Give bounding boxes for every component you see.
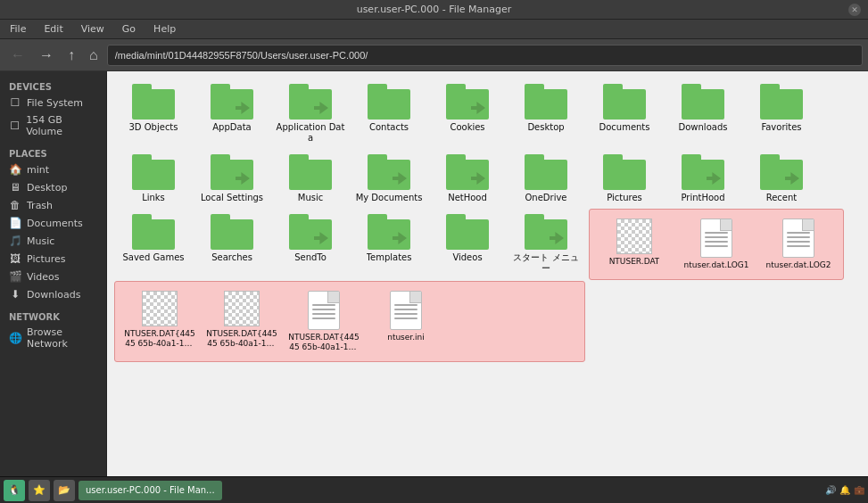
home-icon: 🏠 bbox=[9, 163, 21, 176]
forward-button[interactable]: → bbox=[34, 44, 59, 67]
sidebar-item-downloads[interactable]: ⬇ Downloads bbox=[0, 285, 106, 303]
sidebar-label-browse-network: Browse Network bbox=[27, 326, 97, 350]
folder-desktop[interactable]: Desktop bbox=[507, 78, 585, 149]
taskbar-bell-icon[interactable]: 🔔 bbox=[839, 485, 850, 495]
pink-selection-left: NTUSER.DAT{44545 65b-40a1-11e8-b3ec-a9df… bbox=[114, 281, 585, 362]
menubar: File Edit View Go Help bbox=[0, 20, 868, 39]
file-ntuser-dat[interactable]: NTUSER.DAT{44545 65b-40a1-11e8-b3ec-a9df… bbox=[120, 287, 199, 356]
folder-favorites[interactable]: Favorites bbox=[742, 78, 821, 149]
sidebar-label-154gb: 154 GB Volume bbox=[26, 114, 97, 137]
folder-links[interactable]: Links bbox=[114, 149, 193, 209]
titlebar: user.user-PC.000 - File Manager ✕ bbox=[0, 0, 868, 20]
sidebar: DEVICES ☐ File System ☐ 154 GB Volume PL… bbox=[0, 71, 107, 482]
folder-downloads[interactable]: Downloads bbox=[664, 78, 742, 149]
address-bar[interactable] bbox=[107, 45, 863, 66]
pink-selection-right: NTUSER.DAT ntuser.dat.LOG1 ntuser.dat.LO… bbox=[589, 209, 844, 280]
sidebar-label-pictures: Pictures bbox=[27, 253, 66, 265]
file-ntuser-regtr1[interactable]: NTUSER.DAT{44545 65b-40a1-11e8-b3ec-a9df… bbox=[285, 287, 363, 356]
home-button[interactable]: ⌂ bbox=[84, 44, 103, 67]
folder-nethood[interactable]: NetHood bbox=[428, 149, 507, 209]
sidebar-item-videos[interactable]: 🎬 Videos bbox=[0, 268, 106, 285]
places-section-title: PLACES bbox=[0, 145, 106, 161]
menu-go[interactable]: Go bbox=[118, 21, 140, 37]
close-button[interactable]: ✕ bbox=[848, 4, 861, 16]
left-section: Saved Games Searches SendTo Templat bbox=[114, 209, 585, 362]
music-icon: 🎵 bbox=[9, 235, 21, 247]
toolbar: ← → ↑ ⌂ bbox=[0, 39, 868, 71]
taskbar-app-label: user.user-PC.000 - File Man... bbox=[86, 485, 215, 495]
folder-templates[interactable]: Templates bbox=[350, 209, 428, 279]
taskbar-right: 🔊 🔔 💼 bbox=[825, 485, 864, 495]
folder-printhood[interactable]: PrintHood bbox=[664, 149, 742, 209]
folder-cookies[interactable]: Cookies bbox=[428, 78, 507, 149]
titlebar-title: user.user-PC.000 - File Manager bbox=[357, 4, 512, 15]
sidebar-item-filesystem[interactable]: ☐ File System bbox=[0, 94, 106, 111]
taskbar-speaker-icon[interactable]: 🔊 bbox=[825, 485, 836, 495]
folder-music[interactable]: Music bbox=[271, 149, 350, 209]
sidebar-label-downloads: Downloads bbox=[27, 289, 80, 301]
folder-sendto[interactable]: SendTo bbox=[271, 209, 350, 279]
folder-row-1: 3D Objects AppData Application Data Cont… bbox=[114, 78, 861, 149]
sidebar-item-trash[interactable]: 🗑 Trash bbox=[0, 196, 106, 214]
folder-videos[interactable]: Videos bbox=[428, 209, 507, 279]
sidebar-item-mint[interactable]: 🏠 mint bbox=[0, 161, 106, 178]
menu-file[interactable]: File bbox=[5, 21, 30, 37]
sidebar-item-browse-network[interactable]: 🌐 Browse Network bbox=[0, 324, 106, 352]
sidebar-label-trash: Trash bbox=[27, 200, 53, 211]
sidebar-label-documents: Documents bbox=[27, 218, 83, 229]
sidebar-item-154gb[interactable]: ☐ 154 GB Volume bbox=[0, 111, 106, 140]
folder-savedgames[interactable]: Saved Games bbox=[114, 209, 193, 279]
folder-mydocuments[interactable]: My Documents bbox=[350, 149, 428, 209]
taskbar-filemanager-app[interactable]: user.user-PC.000 - File Man... bbox=[79, 481, 222, 500]
menu-edit[interactable]: Edit bbox=[39, 21, 67, 37]
folder-recent[interactable]: Recent bbox=[742, 149, 821, 209]
folder-searches[interactable]: Searches bbox=[193, 209, 271, 279]
pictures-icon: 🖼 bbox=[9, 252, 21, 265]
taskbar-icon-2[interactable]: ⭐ bbox=[29, 480, 50, 501]
sidebar-item-music[interactable]: 🎵 Music bbox=[0, 232, 106, 250]
folder-3dobjects[interactable]: 3D Objects bbox=[114, 78, 193, 149]
folder-pictures[interactable]: Pictures bbox=[585, 149, 664, 209]
ntuser-dat-checker bbox=[616, 219, 652, 254]
sidebar-item-documents[interactable]: 📄 Documents bbox=[0, 214, 106, 232]
row3-and-pink: Saved Games Searches SendTo Templat bbox=[114, 209, 861, 362]
content-inner: 3D Objects AppData Application Data Cont… bbox=[114, 78, 861, 474]
taskbar-briefcase-icon[interactable]: 💼 bbox=[854, 485, 864, 495]
taskbar-icon-3[interactable]: 📂 bbox=[54, 480, 75, 501]
doc-icon-2 bbox=[390, 291, 422, 330]
sidebar-item-desktop[interactable]: 🖥 Desktop bbox=[0, 178, 106, 196]
checker-icon bbox=[142, 291, 178, 326]
file-ntuser-log1[interactable]: ntuser.dat.LOG1 bbox=[677, 215, 756, 274]
file-ntuser-dat-main[interactable]: NTUSER.DAT bbox=[595, 215, 674, 274]
network-section-title: NETWORK bbox=[0, 309, 106, 324]
file-ntuser-log2[interactable]: ntuser.dat.LOG2 bbox=[759, 215, 838, 274]
folder-documents[interactable]: Documents bbox=[585, 78, 664, 149]
desktop-icon: 🖥 bbox=[9, 181, 21, 194]
content-area[interactable]: 3D Objects AppData Application Data Cont… bbox=[107, 71, 868, 482]
folder-appdata[interactable]: AppData bbox=[193, 78, 271, 149]
sidebar-label-mint: mint bbox=[27, 164, 49, 176]
file-ntuser-regtr2[interactable]: ntuser.ini bbox=[367, 287, 445, 356]
main-layout: DEVICES ☐ File System ☐ 154 GB Volume PL… bbox=[0, 71, 868, 482]
taskbar: 🐧 ⭐ 📂 user.user-PC.000 - File Man... 🔊 🔔… bbox=[0, 476, 868, 503]
folder-row-3: Saved Games Searches SendTo Templat bbox=[114, 209, 585, 279]
drive-icon: ☐ bbox=[9, 96, 21, 109]
folder-applicationdata[interactable]: Application Data bbox=[271, 78, 350, 149]
folder-localsettings[interactable]: Local Settings bbox=[193, 149, 271, 209]
checker-icon-2 bbox=[224, 291, 260, 326]
folder-contacts[interactable]: Contacts bbox=[350, 78, 428, 149]
file-ntuser-dat-tmcblf[interactable]: NTUSER.DAT{44545 65b-40a1-11e8-b3ec-a9df… bbox=[203, 287, 281, 356]
sidebar-label-videos: Videos bbox=[27, 271, 60, 283]
empty-area bbox=[847, 209, 861, 280]
menu-view[interactable]: View bbox=[77, 21, 109, 37]
taskbar-icon-1[interactable]: 🐧 bbox=[4, 480, 25, 501]
sidebar-label-desktop: Desktop bbox=[27, 182, 67, 194]
log1-icon bbox=[700, 219, 732, 258]
back-button[interactable]: ← bbox=[5, 44, 30, 67]
menu-help[interactable]: Help bbox=[149, 21, 180, 37]
devices-section-title: DEVICES bbox=[0, 78, 106, 94]
folder-onedrive[interactable]: OneDrive bbox=[507, 149, 585, 209]
up-button[interactable]: ↑ bbox=[62, 44, 80, 67]
sidebar-item-pictures[interactable]: 🖼 Pictures bbox=[0, 250, 106, 268]
folder-startmenu[interactable]: スタート メニュー bbox=[507, 209, 585, 279]
